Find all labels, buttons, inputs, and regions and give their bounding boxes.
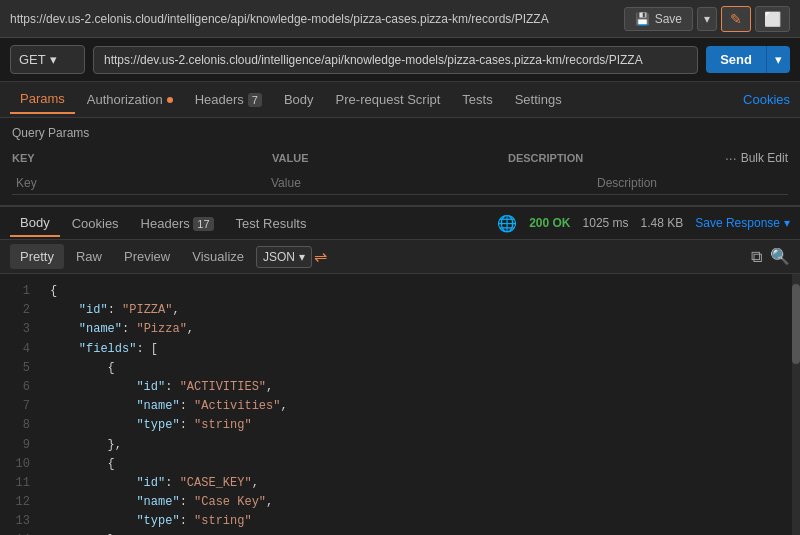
view-tab-raw[interactable]: Raw xyxy=(66,244,112,269)
key-input[interactable] xyxy=(12,172,267,195)
wrap-icon[interactable]: ⇌ xyxy=(314,247,327,266)
save-dropdown-button[interactable]: ▾ xyxy=(697,7,717,31)
send-group: Send ▾ xyxy=(706,46,790,73)
response-tabs-left: Body Cookies Headers 17 Test Results xyxy=(10,210,316,237)
params-header: KEY VALUE DESCRIPTION ··· Bulk Edit xyxy=(12,146,788,170)
tab-headers[interactable]: Headers 7 xyxy=(185,86,272,113)
line-numbers: 1 2 3 4 5 6 7 8 9 10 11 12 13 14 15 xyxy=(0,274,40,535)
col-header-key: KEY xyxy=(12,152,272,164)
save-icon: 💾 xyxy=(635,12,650,26)
value-input[interactable] xyxy=(267,172,593,195)
code-content: { "id": "PIZZA", "name": "Pizza", "field… xyxy=(40,274,792,535)
description-input[interactable] xyxy=(593,172,788,195)
format-select[interactable]: JSON ▾ xyxy=(256,246,312,268)
send-dropdown-button[interactable]: ▾ xyxy=(766,46,790,73)
title-url: https://dev.us-2.celonis.cloud/intellige… xyxy=(10,12,624,26)
authorization-dot xyxy=(167,97,173,103)
response-tabs-row: Body Cookies Headers 17 Test Results 🌐 2… xyxy=(0,206,800,240)
query-params-title: Query Params xyxy=(12,126,788,140)
tab-pre-request[interactable]: Pre-request Script xyxy=(326,86,451,113)
message-button[interactable]: ⬜ xyxy=(755,6,790,32)
view-tabs-left: Pretty Raw Preview Visualize JSON ▾ ⇌ xyxy=(10,244,327,269)
tab-tests[interactable]: Tests xyxy=(452,86,502,113)
url-input[interactable] xyxy=(93,46,698,74)
request-tabs-row: Params Authorization Headers 7 Body Pre-… xyxy=(0,82,800,118)
cookies-link[interactable]: Cookies xyxy=(743,92,790,107)
view-tab-pretty[interactable]: Pretty xyxy=(10,244,64,269)
resp-tab-body[interactable]: Body xyxy=(10,210,60,237)
method-select[interactable]: GET ▾ xyxy=(10,45,85,74)
col-header-desc: DESCRIPTION xyxy=(508,152,708,164)
resp-tab-test-results[interactable]: Test Results xyxy=(226,211,317,236)
request-tabs-left: Params Authorization Headers 7 Body Pre-… xyxy=(10,85,572,114)
tab-params[interactable]: Params xyxy=(10,85,75,114)
tab-settings[interactable]: Settings xyxy=(505,86,572,113)
view-tabs-row: Pretty Raw Preview Visualize JSON ▾ ⇌ ⧉ … xyxy=(0,240,800,274)
three-dots-icon[interactable]: ··· xyxy=(725,150,737,166)
save-button[interactable]: 💾 Save xyxy=(624,7,693,31)
view-tab-visualize[interactable]: Visualize xyxy=(182,244,254,269)
scrollbar-thumb xyxy=(792,284,800,364)
search-icon[interactable]: 🔍 xyxy=(770,247,790,266)
save-response-button[interactable]: Save Response ▾ xyxy=(695,216,790,230)
resp-tab-headers[interactable]: Headers 17 xyxy=(131,211,224,236)
scrollbar[interactable] xyxy=(792,274,800,535)
bulk-edit-button[interactable]: Bulk Edit xyxy=(741,151,788,165)
title-actions: 💾 Save ▾ ✎ ⬜ xyxy=(624,6,790,32)
resp-tab-cookies[interactable]: Cookies xyxy=(62,211,129,236)
response-time: 1025 ms xyxy=(583,216,629,230)
view-tab-preview[interactable]: Preview xyxy=(114,244,180,269)
edit-button[interactable]: ✎ xyxy=(721,6,751,32)
globe-icon: 🌐 xyxy=(497,214,517,233)
copy-icon[interactable]: ⧉ xyxy=(751,248,762,266)
title-bar: https://dev.us-2.celonis.cloud/intellige… xyxy=(0,0,800,38)
col-header-actions: ··· Bulk Edit xyxy=(708,150,788,166)
url-bar: GET ▾ Send ▾ xyxy=(0,38,800,82)
status-code: 200 OK xyxy=(529,216,570,230)
headers-count-badge: 17 xyxy=(193,217,213,231)
params-empty-row xyxy=(12,170,788,197)
headers-badge: 7 xyxy=(248,93,262,107)
params-table: KEY VALUE DESCRIPTION ··· Bulk Edit xyxy=(12,146,788,197)
tab-authorization[interactable]: Authorization xyxy=(77,86,183,113)
view-tabs-right: ⧉ 🔍 xyxy=(751,247,790,266)
code-area: 1 2 3 4 5 6 7 8 9 10 11 12 13 14 15 { "i… xyxy=(0,274,800,535)
response-size: 1.48 KB xyxy=(641,216,684,230)
col-header-value: VALUE xyxy=(272,152,508,164)
query-params-section: Query Params KEY VALUE DESCRIPTION ··· B… xyxy=(0,118,800,206)
tab-body[interactable]: Body xyxy=(274,86,324,113)
response-status-area: 🌐 200 OK 1025 ms 1.48 KB Save Response ▾ xyxy=(497,214,790,233)
send-button[interactable]: Send xyxy=(706,46,766,73)
